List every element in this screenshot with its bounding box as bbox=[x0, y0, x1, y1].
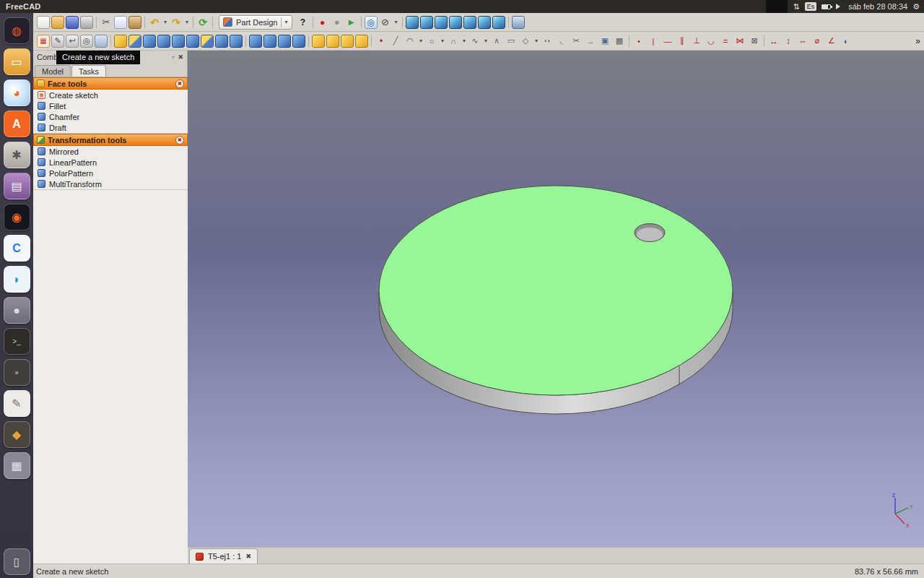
bottom-view-icon[interactable] bbox=[478, 16, 491, 29]
macro-record-icon[interactable]: ● bbox=[316, 16, 329, 29]
front-view-icon[interactable] bbox=[420, 16, 433, 29]
pocket-icon[interactable] bbox=[172, 35, 185, 48]
whats-this-icon[interactable]: ? bbox=[297, 16, 310, 29]
measure-distance-icon[interactable] bbox=[512, 16, 525, 29]
multitransform-icon[interactable] bbox=[292, 35, 305, 48]
angle-constraint-icon[interactable]: ∠ bbox=[825, 35, 838, 48]
slot-icon[interactable]: ◖◗ bbox=[541, 35, 554, 48]
draw-style-icon[interactable]: ⊘ bbox=[379, 16, 392, 29]
rear-view-icon[interactable] bbox=[463, 16, 476, 29]
arc-icon[interactable]: ◠ bbox=[404, 35, 417, 48]
trash-icon[interactable]: ▯ bbox=[4, 548, 30, 575]
freecad-icon[interactable]: ◉ bbox=[4, 204, 30, 230]
linear-pattern-icon[interactable] bbox=[263, 35, 276, 48]
rectangle-icon[interactable]: ▭ bbox=[505, 35, 518, 48]
leave-sketch-icon[interactable]: ↩ bbox=[66, 35, 79, 48]
task-linear-pattern[interactable]: LinearPattern bbox=[33, 157, 188, 168]
vertical-constraint-icon[interactable]: | bbox=[647, 35, 660, 48]
carbon-copy-icon[interactable]: ▩ bbox=[613, 35, 626, 48]
perpendicular-constraint-icon[interactable]: ⊥ bbox=[690, 35, 703, 48]
macro-play-icon[interactable]: ▶ bbox=[345, 16, 358, 29]
edit-sketch-icon[interactable]: ✎ bbox=[51, 35, 64, 48]
revolution-icon[interactable] bbox=[128, 35, 141, 48]
map-sketch-icon[interactable] bbox=[95, 35, 108, 48]
thickness-icon[interactable] bbox=[355, 35, 368, 48]
distance-constraint-icon[interactable]: ⇔ bbox=[796, 35, 809, 48]
network-arrows-icon[interactable]: ⇅ bbox=[793, 0, 799, 13]
create-sketch-icon[interactable]: ▦ bbox=[37, 35, 50, 48]
text-editor-icon[interactable]: ✎ bbox=[4, 390, 30, 417]
3d-app-icon[interactable]: ◆ bbox=[4, 421, 30, 448]
save-icon[interactable] bbox=[66, 16, 79, 29]
bspline-icon[interactable]: ∿ bbox=[468, 35, 481, 48]
blue-app-icon[interactable]: ◗ bbox=[4, 266, 30, 293]
disc-top-face[interactable] bbox=[379, 186, 733, 395]
task-create-sketch[interactable]: ▦ Create sketch bbox=[33, 90, 188, 100]
extend-icon[interactable]: → bbox=[584, 35, 597, 48]
lock-constraint-icon[interactable]: ⊠ bbox=[748, 35, 761, 48]
document-tab[interactable]: T5-ej1 : 1 ✖ bbox=[189, 548, 258, 564]
conic-icon[interactable]: ∩ bbox=[447, 35, 460, 48]
task-polar-pattern[interactable]: PolarPattern bbox=[33, 168, 188, 178]
chamfer-icon[interactable] bbox=[326, 35, 339, 48]
symmetric-constraint-icon[interactable]: ⋈ bbox=[733, 35, 746, 48]
draw-style-dropdown-icon[interactable]: ▾ bbox=[393, 16, 399, 29]
dash-home-icon[interactable]: ◍ bbox=[4, 17, 30, 44]
tab-model[interactable]: Model bbox=[35, 65, 71, 77]
external-geometry-icon[interactable]: ▣ bbox=[598, 35, 611, 48]
horizontal-distance-constraint-icon[interactable]: ↔ bbox=[767, 35, 780, 48]
section-header[interactable]: Transformation tools ✖ bbox=[33, 134, 188, 146]
point-icon[interactable]: • bbox=[375, 35, 388, 48]
view-sketch-icon[interactable]: ◎ bbox=[80, 35, 93, 48]
sketch-fillet-icon[interactable]: ◟ bbox=[555, 35, 568, 48]
close-section-icon[interactable]: ✖ bbox=[175, 136, 184, 144]
terminal-icon[interactable]: >_ bbox=[4, 328, 30, 355]
gray-app-icon[interactable]: ● bbox=[4, 297, 30, 324]
macro-stop-icon[interactable]: ■ bbox=[331, 16, 344, 29]
fillet-icon[interactable] bbox=[312, 35, 325, 48]
mirrored-icon[interactable] bbox=[249, 35, 262, 48]
close-tab-icon[interactable]: ✖ bbox=[245, 553, 251, 560]
additive-loft-icon[interactable] bbox=[143, 35, 156, 48]
print-icon[interactable] bbox=[80, 16, 93, 29]
axonometric-view-icon[interactable] bbox=[406, 16, 419, 29]
refresh-icon[interactable]: ⟳ bbox=[196, 16, 209, 29]
workspace-icon[interactable]: ▦ bbox=[4, 452, 30, 479]
undo-icon[interactable]: ↶ bbox=[148, 16, 161, 29]
toolbar-overflow-icon[interactable]: » bbox=[915, 36, 920, 46]
redo-dropdown-icon[interactable]: ▾ bbox=[184, 16, 190, 29]
equal-constraint-icon[interactable]: = bbox=[719, 35, 732, 48]
hole-icon[interactable] bbox=[186, 35, 199, 48]
polygon-icon[interactable]: ◇ bbox=[519, 35, 532, 48]
polyline-icon[interactable]: ∧ bbox=[490, 35, 503, 48]
fit-all-icon[interactable]: ◎ bbox=[365, 16, 378, 29]
toggle-driving-constraint-icon[interactable]: ◐ bbox=[840, 35, 853, 48]
session-gear-icon[interactable]: ⚙ bbox=[912, 0, 920, 13]
task-chamfer[interactable]: Chamfer bbox=[33, 111, 188, 122]
battery-icon[interactable] bbox=[821, 4, 831, 9]
volume-icon[interactable] bbox=[836, 0, 843, 13]
vertical-distance-constraint-icon[interactable]: ↕ bbox=[782, 35, 795, 48]
dark-app-icon[interactable]: ▪ bbox=[4, 359, 30, 386]
bspline-dropdown-icon[interactable]: ▾ bbox=[483, 35, 489, 48]
arc-dropdown-icon[interactable]: ▾ bbox=[418, 35, 424, 48]
chromium-icon[interactable]: C bbox=[4, 235, 30, 262]
conic-dropdown-icon[interactable]: ▾ bbox=[461, 35, 467, 48]
task-mirrored[interactable]: Mirrored bbox=[33, 146, 188, 157]
redo-icon[interactable]: ↷ bbox=[170, 16, 183, 29]
pad-icon[interactable] bbox=[114, 35, 127, 48]
top-view-icon[interactable] bbox=[435, 16, 448, 29]
keyboard-layout-indicator[interactable]: Es bbox=[805, 2, 817, 11]
right-view-icon[interactable] bbox=[449, 16, 462, 29]
undo-dropdown-icon[interactable]: ▾ bbox=[162, 16, 168, 29]
draft-icon[interactable] bbox=[341, 35, 354, 48]
horizontal-constraint-icon[interactable]: — bbox=[661, 35, 674, 48]
subtractive-loft-icon[interactable] bbox=[215, 35, 228, 48]
system-settings-icon[interactable]: ✱ bbox=[4, 142, 30, 168]
circle-icon[interactable]: ○ bbox=[425, 35, 438, 48]
additive-pipe-icon[interactable] bbox=[157, 35, 170, 48]
copy-icon[interactable] bbox=[114, 16, 127, 29]
software-center-icon[interactable]: A bbox=[4, 111, 30, 137]
task-multitransform[interactable]: MultiTransform bbox=[33, 178, 188, 189]
trim-icon[interactable]: ✂ bbox=[570, 35, 583, 48]
